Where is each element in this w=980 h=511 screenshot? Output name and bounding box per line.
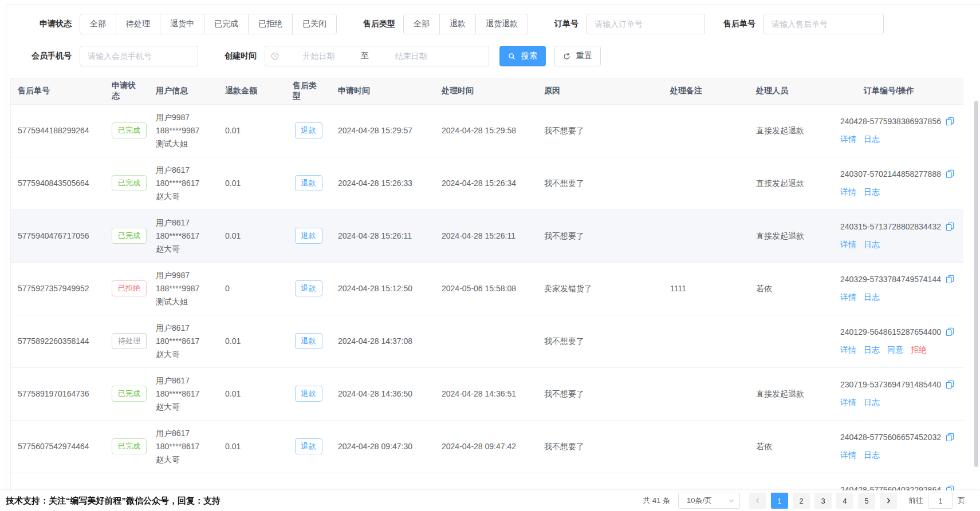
- reset-button[interactable]: 重置: [554, 46, 601, 66]
- action-日志[interactable]: 日志: [864, 292, 880, 302]
- handle-time: 2024-04-28 14:36:51: [442, 389, 516, 398]
- action-详情[interactable]: 详情: [840, 398, 856, 407]
- user-info: 用户8617180****8617赵大哥: [156, 216, 211, 256]
- action-日志[interactable]: 日志: [864, 398, 880, 407]
- action-日志[interactable]: 日志: [864, 134, 880, 144]
- action-日志[interactable]: 日志: [864, 450, 880, 459]
- prev-page-button[interactable]: [749, 493, 766, 509]
- date-range-picker[interactable]: 至: [265, 46, 489, 66]
- filter-option-已关闭[interactable]: 已关闭: [292, 14, 337, 34]
- search-button[interactable]: 搜索: [499, 46, 546, 66]
- goto-page-input[interactable]: [928, 493, 953, 509]
- table-viewport: 售后单号申请状态用户信息退款金额售后类型申请时间处理时间原因处理备注处理人员订单…: [6, 78, 980, 491]
- pagination: 共 41 条 10条/页 12345 前往 页: [643, 493, 965, 509]
- start-date-input[interactable]: [280, 51, 357, 61]
- cell-type: 退款: [286, 262, 331, 315]
- action-详情[interactable]: 详情: [840, 187, 856, 196]
- cell-order-ops: 240315-5713728802834432 详情日志: [814, 209, 963, 262]
- action-拒绝[interactable]: 拒绝: [911, 345, 927, 354]
- action-详情[interactable]: 详情: [840, 240, 856, 249]
- cell-status: 已完成: [105, 104, 149, 157]
- order-no-label: 订单号: [554, 19, 578, 29]
- copy-icon[interactable]: [946, 327, 954, 340]
- column-header: 用户信息: [149, 78, 218, 104]
- order-line: 240315-5713728802834432: [840, 220, 957, 235]
- column-header: 处理备注: [663, 78, 749, 104]
- action-详情[interactable]: 详情: [840, 134, 856, 144]
- order-line: 240428-5775938386937856: [840, 115, 957, 129]
- cell-amount: 0.01: [218, 209, 286, 262]
- cell-user-info: 用户8617180****8617赵大哥: [149, 157, 218, 209]
- cell-reason: 我不想要了: [537, 209, 663, 262]
- end-date-input[interactable]: [372, 51, 450, 61]
- filter-option-全部[interactable]: 全部: [403, 14, 440, 34]
- pager: 12345: [747, 493, 899, 509]
- status-badge: 已完成: [112, 438, 147, 454]
- copy-icon[interactable]: [946, 379, 954, 393]
- total-count: 共 41 条: [643, 496, 670, 506]
- vertical-scrollbar[interactable]: [974, 101, 978, 467]
- aftersale-no-input[interactable]: [763, 14, 884, 34]
- copy-icon[interactable]: [946, 274, 954, 287]
- cell-type: 退款: [286, 420, 331, 473]
- filter-option-待处理[interactable]: 待处理: [116, 14, 160, 34]
- copy-icon[interactable]: [946, 221, 954, 235]
- user-info: 用户8617180****8617赵大哥: [156, 427, 211, 466]
- cell-order-ops: 240329-5733784749574144 详情日志: [814, 262, 963, 315]
- order-line: 240129-5648615287654400: [840, 326, 957, 340]
- type-badge: 退款: [295, 228, 322, 244]
- cell-apply-time: 2024-04-28 15:26:11: [331, 209, 435, 262]
- action-详情[interactable]: 详情: [840, 292, 856, 302]
- handle-time: 2024-05-06 15:58:08: [442, 284, 516, 293]
- filter-option-已完成[interactable]: 已完成: [204, 14, 249, 34]
- cell-remark: [663, 157, 749, 209]
- cell-handle-time: 2024-04-28 15:26:34: [435, 157, 537, 209]
- copy-icon[interactable]: [946, 432, 954, 445]
- goto-unit: 页: [958, 496, 965, 506]
- filter-option-已拒绝[interactable]: 已拒绝: [248, 14, 293, 34]
- cell-status: 已完成: [105, 473, 149, 491]
- action-日志[interactable]: 日志: [864, 345, 880, 354]
- cell-aftersale-id: 5775607542974464: [11, 420, 105, 473]
- action-日志[interactable]: 日志: [864, 187, 880, 196]
- column-header: 处理人员: [749, 78, 814, 104]
- action-详情[interactable]: 详情: [840, 345, 856, 354]
- search-button-label: 搜索: [521, 51, 537, 61]
- copy-icon[interactable]: [946, 169, 954, 182]
- column-header: 售后类型: [286, 78, 331, 104]
- status-badge: 已完成: [112, 386, 147, 402]
- page-size-select[interactable]: 10条/页: [678, 493, 740, 509]
- order-line: 240329-5733784749574144: [840, 273, 957, 287]
- column-header: 原因: [537, 78, 663, 104]
- cell-order-ops: 240129-5648615287654400 详情日志同意拒绝: [814, 315, 963, 367]
- filter-option-退货退款[interactable]: 退货退款: [475, 14, 528, 34]
- reason: 我不想要了: [544, 126, 584, 135]
- cell-aftersale-id: 5775940476717056: [11, 209, 105, 262]
- page-button-2[interactable]: 2: [793, 493, 810, 509]
- row-actions: 详情日志: [840, 449, 957, 462]
- status-badge: 已完成: [112, 122, 147, 138]
- filter-option-退货中[interactable]: 退货中: [160, 14, 204, 34]
- page-button-4[interactable]: 4: [836, 493, 853, 509]
- cell-user-info: 用户9987188****9987测试大姐: [149, 104, 218, 157]
- next-page-button[interactable]: [880, 493, 897, 509]
- cell-user-info: 用户8617: [149, 473, 218, 491]
- filter-option-退款[interactable]: 退款: [439, 14, 476, 34]
- member-phone-input[interactable]: [80, 46, 198, 66]
- order-no: 240315-5713728802834432: [840, 222, 941, 231]
- page-button-1[interactable]: 1: [771, 493, 788, 509]
- refund-amount: 0.01: [225, 179, 241, 188]
- cell-aftersale-id: 5775891970164736: [11, 367, 105, 420]
- copy-icon[interactable]: [946, 116, 954, 129]
- cell-reason: 我不想要了: [537, 104, 663, 157]
- order-no-input[interactable]: [587, 14, 705, 34]
- column-header: 售后单号: [11, 78, 105, 104]
- action-同意[interactable]: 同意: [887, 345, 903, 354]
- action-日志[interactable]: 日志: [864, 240, 880, 249]
- page-button-3[interactable]: 3: [814, 493, 832, 509]
- cell-handle-time: [435, 473, 537, 491]
- action-详情[interactable]: 详情: [840, 450, 856, 459]
- page-button-5[interactable]: 5: [858, 493, 875, 509]
- filter-option-全部[interactable]: 全部: [80, 14, 116, 34]
- cell-user-info: 用户8617180****8617赵大哥: [149, 315, 218, 367]
